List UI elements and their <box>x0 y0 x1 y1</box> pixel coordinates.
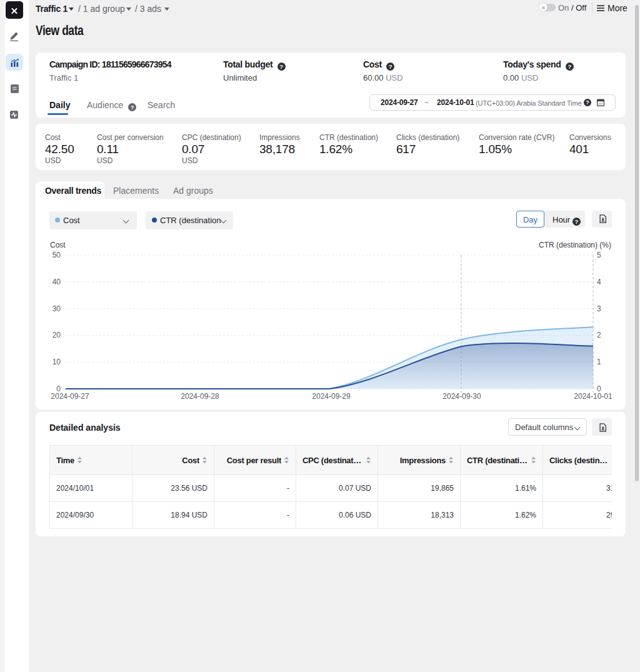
svg-text:2024-10-01: 2024-10-01 <box>574 392 612 401</box>
svg-text:50: 50 <box>52 251 61 259</box>
svg-text:10: 10 <box>52 358 61 366</box>
svg-text:2024-09-30: 2024-09-30 <box>442 392 481 401</box>
svg-text:1: 1 <box>597 358 601 366</box>
svg-text:4: 4 <box>597 278 601 286</box>
svg-text:5: 5 <box>597 251 601 259</box>
svg-text:Cost: Cost <box>50 241 66 249</box>
svg-text:2024-09-29: 2024-09-29 <box>312 392 351 401</box>
svg-text:2: 2 <box>597 331 601 339</box>
svg-text:2024-09-28: 2024-09-28 <box>181 392 219 401</box>
svg-text:30: 30 <box>52 304 61 313</box>
svg-text:40: 40 <box>52 278 61 286</box>
svg-text:CTR (destination) (%): CTR (destination) (%) <box>539 241 611 249</box>
svg-text:3: 3 <box>597 304 601 313</box>
svg-text:20: 20 <box>52 331 61 339</box>
svg-text:2024-09-27: 2024-09-27 <box>51 392 89 401</box>
